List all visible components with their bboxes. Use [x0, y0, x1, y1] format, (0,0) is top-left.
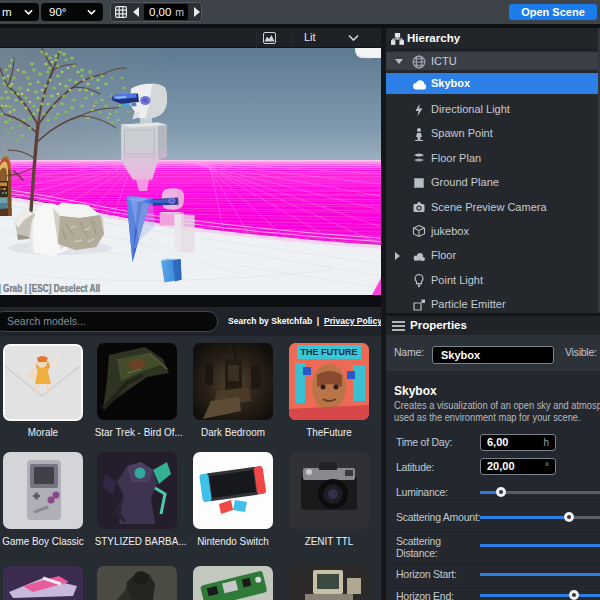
- svg-text:] Grab | [ESC] Deselect All: ] Grab | [ESC] Deselect All: [0, 283, 100, 294]
- svg-text:THE FUTURE: THE FUTURE: [301, 347, 358, 357]
